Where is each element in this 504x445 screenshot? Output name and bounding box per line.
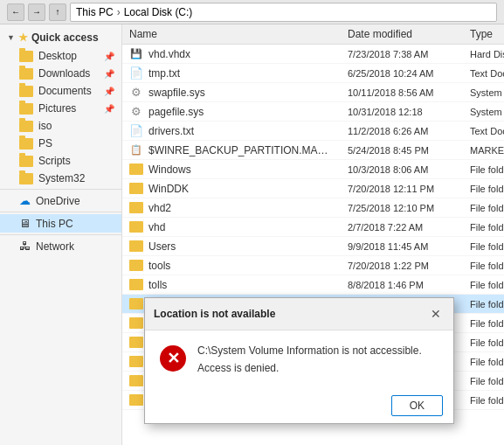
file-name: vhd2 <box>148 202 171 214</box>
dialog-message-line2: Access is denied. <box>197 362 439 374</box>
sidebar-item-system32[interactable]: System32 <box>0 170 121 187</box>
sidebar-item-downloads[interactable]: Downloads 📌 <box>0 65 121 82</box>
file-type: File fold <box>463 203 504 213</box>
table-row[interactable]: 💾 vhd.vhdx 7/23/2018 7:38 AM Hard Dis <box>122 45 504 64</box>
file-name-col: ⚙ pagefile.sys <box>122 105 341 119</box>
file-type: File fold <box>463 241 504 252</box>
file-name-col: 💾 vhd.vhdx <box>122 47 341 61</box>
dialog-error-icon: ✕ <box>159 344 187 372</box>
file-name-col: tolls <box>122 279 341 291</box>
up-button[interactable]: ↑ <box>49 3 66 21</box>
doc-icon: 📄 <box>129 124 143 138</box>
table-row[interactable]: 📋 $WINRE_BACKUP_PARTITION.MARKER 5/24/20… <box>122 141 504 160</box>
table-row[interactable]: Users 9/9/2018 11:45 AM File fold <box>122 237 504 256</box>
file-date: 10/3/2018 8:06 AM <box>341 164 463 175</box>
folder-icon <box>129 260 143 271</box>
dialog-close-button[interactable]: ✕ <box>427 305 445 323</box>
file-date: 7/25/2018 12:10 PM <box>341 203 463 213</box>
sidebar-system32-label: System32 <box>38 172 85 184</box>
file-type: File fold <box>463 222 504 233</box>
sidebar-item-network[interactable]: 🖧 Network <box>0 237 121 255</box>
forward-button[interactable]: → <box>28 3 45 21</box>
table-row[interactable]: tolls 8/8/2018 1:46 PM File fold <box>122 275 504 295</box>
file-name: drivers.txt <box>148 125 194 137</box>
file-type: Hard Dis <box>463 49 504 59</box>
dialog-footer: OK <box>145 388 453 423</box>
folder-icon <box>129 240 143 252</box>
vhd-icon: 💾 <box>129 47 143 61</box>
file-name: Users <box>148 240 176 253</box>
file-type: File fold <box>463 280 504 290</box>
sidebar-item-iso[interactable]: iso <box>0 117 121 135</box>
error-circle: ✕ <box>160 345 186 372</box>
file-date: 11/2/2018 6:26 AM <box>341 126 463 136</box>
file-type: File fold <box>463 299 504 309</box>
breadcrumb[interactable]: This PC › Local Disk (C:) <box>70 3 497 22</box>
breadcrumb-thispc: This PC <box>76 6 114 18</box>
documents-pin-icon: 📌 <box>104 87 114 96</box>
col-header-type[interactable]: Type <box>463 26 504 42</box>
folder-icon <box>129 163 143 175</box>
file-date: 9/9/2018 11:45 AM <box>341 241 463 252</box>
back-button[interactable]: ← <box>7 3 24 21</box>
file-type: File fold <box>463 357 504 367</box>
file-date: 7/20/2018 1:22 PM <box>341 261 463 271</box>
thispc-icon: 🖥 <box>19 217 31 230</box>
sidebar-item-scripts[interactable]: Scripts <box>0 152 121 170</box>
folder-icon <box>129 394 143 406</box>
folder-icon <box>129 356 143 367</box>
dialog-title: Location is not available <box>154 308 275 320</box>
table-row[interactable]: ⚙ swapfile.sys 10/11/2018 8:56 AM System… <box>122 83 504 102</box>
folder-icon <box>129 337 143 348</box>
table-row[interactable]: Windows 10/3/2018 8:06 AM File fold <box>122 160 504 179</box>
file-name: swapfile.sys <box>148 87 205 99</box>
sidebar-item-pictures[interactable]: Pictures 📌 <box>0 100 121 117</box>
file-name: tolls <box>148 279 167 291</box>
desktop-folder-icon <box>19 51 33 62</box>
file-name-col: 📋 $WINRE_BACKUP_PARTITION.MARKER <box>122 143 341 157</box>
sidebar-item-thispc[interactable]: 🖥 This PC <box>0 214 121 233</box>
title-bar: ← → ↑ This PC › Local Disk (C:) <box>0 0 504 24</box>
folder-icon <box>129 202 143 213</box>
dialog-message: C:\System Volume Information is not acce… <box>197 344 439 374</box>
dialog-ok-button[interactable]: OK <box>391 395 443 416</box>
file-date: 10/31/2018 12:18 <box>341 107 463 117</box>
col-header-date[interactable]: Date modified <box>341 26 463 42</box>
file-date: 6/25/2018 10:24 AM <box>341 68 463 79</box>
quick-access-header[interactable]: ▼ ★ Quick access <box>0 28 121 47</box>
file-date: 10/11/2018 8:56 AM <box>341 87 463 98</box>
table-row[interactable]: WinDDK 7/20/2018 12:11 PM File fold <box>122 179 504 198</box>
table-row[interactable]: ⚙ pagefile.sys 10/31/2018 12:18 System T <box>122 102 504 122</box>
file-type: File fold <box>463 318 504 329</box>
file-name-col: Windows <box>122 163 341 176</box>
file-type: File fold <box>463 261 504 271</box>
file-name: vhd <box>148 221 165 233</box>
file-type: File fold <box>463 376 504 386</box>
sidebar-divider2 <box>0 212 121 212</box>
sidebar-item-documents[interactable]: Documents 📌 <box>0 82 121 100</box>
file-type: System T <box>463 87 504 98</box>
file-type: File fold <box>463 164 504 175</box>
file-type: File fold <box>463 337 504 348</box>
file-name-col: tools <box>122 260 341 272</box>
downloads-pin-icon: 📌 <box>104 69 114 79</box>
file-name-col: WinDDK <box>122 183 341 195</box>
table-row[interactable]: vhd 2/7/2018 7:22 AM File fold <box>122 218 504 237</box>
file-name-col: 📄 drivers.txt <box>122 124 341 138</box>
col-header-name[interactable]: Name <box>122 26 341 42</box>
folder-icon <box>129 221 143 233</box>
file-name: vhd.vhdx <box>148 48 190 60</box>
error-dialog[interactable]: Location is not available ✕ ✕ C:\System … <box>144 297 454 424</box>
table-row[interactable]: tools 7/20/2018 1:22 PM File fold <box>122 256 504 275</box>
file-date: 2/7/2018 7:22 AM <box>341 222 463 233</box>
file-type: File fold <box>463 395 504 406</box>
sidebar-item-ps[interactable]: PS <box>0 135 121 152</box>
table-row[interactable]: 📄 tmp.txt 6/25/2018 10:24 AM Text Doc <box>122 64 504 83</box>
folder-icon <box>129 317 143 329</box>
quick-access-star-icon: ★ <box>18 31 28 44</box>
sidebar-item-desktop[interactable]: Desktop 📌 <box>0 47 121 65</box>
table-row[interactable]: vhd2 7/25/2018 12:10 PM File fold <box>122 198 504 218</box>
table-row[interactable]: 📄 drivers.txt 11/2/2018 6:26 AM Text Doc <box>122 122 504 141</box>
sidebar-item-onedrive[interactable]: ☁ OneDrive <box>0 191 121 210</box>
file-name: tmp.txt <box>148 67 180 80</box>
